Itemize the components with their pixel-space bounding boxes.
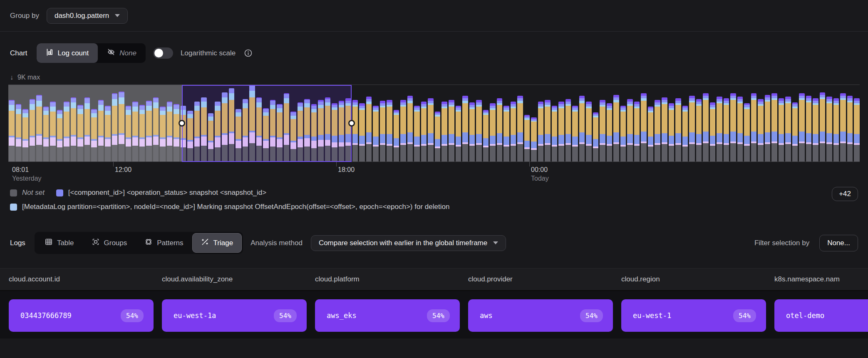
axis-tick-sublabel: Yesterday (12, 175, 42, 182)
chip-percentage-badge: 54% (580, 309, 603, 322)
histogram-bar (531, 117, 537, 162)
legend-more-badge[interactable]: +42 (832, 187, 858, 201)
histogram-bar (675, 98, 681, 162)
triage-value-chip[interactable]: aws54% (468, 299, 613, 332)
selection-handle-right[interactable] (348, 120, 355, 127)
filter-selection-button[interactable]: None... (819, 235, 858, 251)
axis-tick-label: 18:00 (338, 166, 355, 174)
histogram-bar (840, 93, 846, 162)
histogram-bar (565, 99, 571, 162)
histogram-bar (799, 93, 805, 162)
metric-none-button[interactable]: None (98, 43, 146, 63)
axis-tick-mark (113, 162, 114, 167)
triage-value-chip[interactable]: otel-demo54% (774, 299, 868, 332)
axis-tick-sublabel: Today (531, 175, 549, 182)
histogram-bar (558, 102, 564, 162)
tab-patterns[interactable]: Patterns (136, 233, 192, 253)
analysis-method-dropdown[interactable]: Compare selection with earlier in the gl… (311, 235, 506, 251)
histogram-bar (456, 106, 461, 162)
histogram-bar (813, 98, 818, 162)
legend-item-pattern-snapshot[interactable]: [<component_id>] <operation_status> snap… (56, 189, 266, 197)
triage-value-chip[interactable]: eu-west-154% (621, 299, 766, 332)
arrow-down-icon: ↓ (10, 74, 13, 81)
axis-tick-label: 00:00Today (531, 166, 549, 182)
group-by-dropdown[interactable]: dash0.log.pattern (47, 8, 128, 24)
histogram-bar (449, 100, 454, 162)
histogram-bar (579, 96, 585, 162)
chart-metric-segmented: Log count None (37, 43, 146, 63)
triage-value-chip[interactable]: eu-west-1a54% (162, 299, 307, 332)
histogram-bar (737, 97, 743, 162)
histogram-bar (524, 115, 530, 162)
histogram-bar (765, 95, 771, 162)
group-by-bar: Group by dash0.log.pattern (0, 0, 868, 32)
chip-value: eu-west-1a (174, 311, 216, 320)
triage-value-chip[interactable]: 03443766678954% (9, 299, 154, 332)
tab-groups[interactable]: Groups (83, 233, 136, 253)
logarithmic-scale-toggle[interactable] (153, 47, 173, 59)
histogram-bar (820, 92, 826, 162)
histogram-bar (538, 102, 544, 162)
eye-off-icon (107, 48, 115, 58)
histogram-bar (517, 96, 523, 162)
triage-column-header: cloud.account.id (9, 275, 162, 283)
histogram-bar (352, 100, 358, 162)
histogram-bar (717, 97, 722, 162)
legend-item-not-set[interactable]: Not set (10, 189, 45, 197)
histogram-bar (373, 106, 379, 162)
axis-tick-label: 12:00 (115, 166, 131, 174)
triage-value-chip[interactable]: aws_eks54% (315, 299, 460, 332)
histogram-bar (627, 99, 633, 162)
histogram-bar (469, 102, 475, 162)
histogram-bar (607, 103, 613, 162)
histogram-bar (854, 98, 860, 162)
info-icon[interactable] (244, 49, 253, 57)
histogram-bar (503, 106, 509, 162)
histogram-bar (400, 100, 406, 162)
histogram-bar (703, 93, 709, 162)
histogram-bar (552, 106, 558, 162)
time-axis: 08:01Yesterday12:0018:0000:00Today (8, 162, 860, 186)
histogram-bar (428, 98, 434, 162)
selection-handle-left[interactable] (179, 120, 185, 127)
histogram-bar (394, 110, 399, 162)
groups-icon (92, 238, 100, 248)
tab-triage[interactable]: Triage (192, 233, 242, 253)
tab-groups-label: Groups (104, 239, 127, 247)
histogram-bar (620, 106, 626, 162)
metric-log-count-label: Log count (58, 49, 89, 57)
chip-percentage-badge: 54% (274, 309, 297, 322)
metric-log-count-button[interactable]: Log count (37, 43, 98, 63)
tab-table[interactable]: Table (36, 233, 83, 253)
histogram-bar (387, 100, 392, 162)
logs-section-label: Logs (10, 239, 25, 247)
logarithmic-scale-label: Logarithmic scale (181, 49, 236, 57)
legend-swatch-not-set (10, 189, 17, 196)
chart-section-label: Chart (10, 49, 27, 57)
log-histogram[interactable] (8, 85, 860, 162)
histogram-bar (359, 103, 365, 162)
logs-view-tabs: Table Groups Patterns Triage (35, 232, 243, 254)
histogram-bar (696, 99, 702, 162)
time-selection-brush[interactable] (182, 85, 352, 162)
analysis-method-value: Compare selection with earlier in the gl… (319, 239, 487, 247)
axis-tick-mark (529, 162, 530, 167)
chip-percentage-badge: 54% (121, 309, 144, 322)
legend-item-pattern-metadatalog[interactable]: [MetadataLog partition=<partition>, node… (10, 203, 449, 211)
histogram-bar (751, 93, 757, 162)
axis-tick-label: 08:01Yesterday (12, 166, 42, 182)
histogram-bar (462, 96, 468, 162)
tab-table-label: Table (57, 239, 74, 247)
histogram-bar (634, 102, 640, 162)
histogram-bar (490, 103, 496, 162)
chip-percentage-badge: 54% (733, 309, 756, 322)
legend-label-pattern-snapshot: [<component_id>] <operation_status> snap… (68, 189, 266, 197)
histogram-bar (648, 107, 654, 162)
histogram-bar (771, 93, 777, 162)
triage-header-row: cloud.account.idcloud.availability_zonec… (0, 268, 868, 291)
legend-swatch-pattern-metadatalog (10, 204, 17, 211)
filter-selection-label: Filter selection by (754, 239, 809, 247)
chart-max-label: 9K max (17, 74, 40, 81)
patterns-icon (144, 238, 153, 248)
legend-label-not-set: Not set (22, 189, 45, 197)
